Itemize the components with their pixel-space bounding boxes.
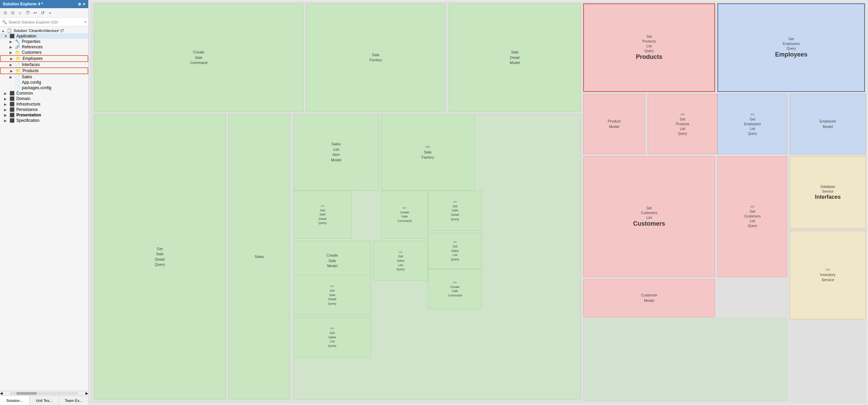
solution-explorer-panel: Solution Explorer 4 * ⊕ ✕ ⊙ ⊙ ⌂ ⏱ ↩ ↺ » …	[0, 0, 89, 405]
cell-i-get-sale-detail-query[interactable]: <>GetSaleDetailQuery	[293, 191, 352, 239]
tree-item-sales[interactable]: ▶ 📄 Sales	[0, 74, 88, 80]
search-bar: 🔍 ▾	[0, 18, 88, 27]
search-dropdown-icon[interactable]: ▾	[84, 20, 86, 24]
scroll-left-icon[interactable]: ◀	[0, 391, 3, 395]
tree-item-persistance[interactable]: ▶ ⬛ Persistance	[0, 107, 88, 112]
cell-label-i-get-sales-list-query: <>GetSalesListQuery	[397, 250, 405, 272]
cell-label-create-sale-command: CreateSaleCommand	[190, 50, 207, 65]
cell-sales-list-item-model[interactable]: SalesListItemModel	[293, 114, 379, 191]
cell-get-customers-list-query[interactable]: <>GetCustomersListQuery	[717, 156, 787, 277]
references-icon: 🔗	[15, 45, 21, 49]
tree-label-common: Common	[16, 91, 33, 96]
cell-label-get-products-list-query: <>GetProductsListQuery	[676, 112, 689, 136]
tree-item-pkgconfig[interactable]: ▶ 📄 packages.config	[0, 85, 88, 91]
cell-sale-factory-top[interactable]: SaleFactory	[306, 3, 446, 112]
tree-label-properties: Properties	[22, 39, 41, 44]
scrollbar[interactable]: ◀ ▶	[0, 391, 88, 395]
tab-team-explorer[interactable]: Team Ex...	[59, 396, 88, 405]
tree-item-references[interactable]: ▶ 🔗 References	[0, 44, 88, 50]
tree-item-customers[interactable]: ▶ 📁 Customers	[0, 50, 88, 55]
cell-employees-section[interactable]: GetEmployeesQuery Employees	[717, 3, 865, 92]
arrow-products: ▶	[10, 69, 16, 73]
tree-item-products[interactable]: ▶ 📁 Products	[0, 67, 88, 74]
search-input[interactable]	[9, 20, 84, 24]
cell-label-i-sale-factory: <>SaleFactory	[421, 144, 434, 160]
cell-i-sale-factory[interactable]: <>SaleFactory	[381, 114, 475, 191]
appconfig-icon: 📄	[15, 80, 21, 85]
tree-item-presentation[interactable]: ▶ ⬛ Presentation	[0, 112, 88, 118]
arrow-presentation: ▶	[4, 113, 10, 117]
arrow-common: ▶	[4, 92, 10, 95]
tree-label-sales: Sales	[22, 75, 32, 79]
home-icon[interactable]: ⌂	[17, 10, 23, 16]
tree-label-employees: Employees	[22, 56, 43, 61]
cell-employee-model[interactable]: EmployeeModel	[790, 94, 866, 154]
forward-icon[interactable]: ⊙	[10, 10, 16, 16]
more-icon[interactable]: »	[47, 10, 53, 16]
cell-label-sales-list-item-model: SalesListItemModel	[331, 142, 341, 163]
refresh-icon[interactable]: ↺	[40, 10, 46, 16]
tree-item-appconfig[interactable]: ▶ 📄 App.config	[0, 80, 88, 85]
cell-interfaces-section[interactable]: DatabaseService Interfaces	[790, 156, 866, 229]
back-icon[interactable]: ⊙	[2, 10, 8, 16]
customers-folder-icon: 📁	[15, 50, 21, 55]
cell-products-section[interactable]: GetProductsListQuery Products	[583, 3, 715, 92]
treemap-visualization: CreateSaleCommand SaleFactory SaleDetail…	[90, 1, 867, 404]
tree-item-solution[interactable]: ▲ 📋 Solution 'CleanArchitecture' (7	[0, 28, 88, 33]
sales-icon: 📄	[15, 75, 21, 79]
main-content: CreateSaleCommand SaleFactory SaleDetail…	[89, 0, 868, 405]
close-icon[interactable]: ✕	[82, 2, 86, 6]
scrollbar-thumb	[16, 392, 37, 395]
tree-label-pkgconfig: packages.config	[22, 85, 51, 90]
cell-label-sale-factory: SaleFactory	[370, 52, 382, 63]
tab-solution[interactable]: Solution...	[0, 396, 30, 405]
sidebar-bottom-tabs: Solution... Unit Tes... Team Ex...	[0, 395, 88, 405]
cell-label-employee-model: EmployeeModel	[820, 119, 836, 129]
arrow-infrastructure: ▶	[4, 102, 10, 106]
cell-title-interfaces: Interfaces	[815, 194, 841, 200]
cell-create-sale-command[interactable]: CreateSaleCommand	[94, 3, 304, 112]
cell-customer-model[interactable]: CustomerModel	[583, 279, 715, 317]
cell-sale-detail-model-top[interactable]: SaleDetailModel	[449, 3, 581, 112]
cell-bottom-sales-list[interactable]: <>GetSalesListQuery	[293, 317, 371, 357]
tree-item-infrastructure[interactable]: ▶ ⬛ Infrastructure	[0, 101, 88, 107]
undo-icon[interactable]: ↩	[32, 10, 38, 16]
cell-i-get-sales-list-query-2[interactable]: <>GetSalesListQuery	[428, 233, 482, 269]
file-tree: ▲ 📋 Solution 'CleanArchitecture' (7 ▼ ⬛ …	[0, 27, 88, 391]
history-icon[interactable]: ⏱	[25, 10, 31, 16]
tree-item-interfaces[interactable]: ▶ 📄 Interfaces	[0, 62, 88, 67]
cell-i-get-sales-list-query[interactable]: <>GetSalesListQuery	[373, 241, 428, 281]
cell-label-get-sale-detail-query: GetSaleDetailQuery	[155, 246, 165, 268]
domain-icon: ⬛	[10, 96, 16, 101]
cell-label-sale-detail-model: SaleDetailModel	[510, 50, 520, 65]
tree-label-references: References	[22, 45, 43, 49]
tree-item-common[interactable]: ▶ ⬛ Common	[0, 91, 88, 96]
cell-sublabel-customers: GetCustomersList	[641, 206, 657, 220]
cell-get-sale-detail-query[interactable]: GetSaleDetailQuery	[94, 114, 226, 400]
tab-unit-test[interactable]: Unit Tes...	[30, 396, 59, 405]
cell-label-bottom-sales-list: <>GetSalesListQuery	[328, 326, 337, 348]
cell-get-employees-list-query[interactable]: <>GetEmployeesListQuery	[717, 94, 787, 154]
cell-i-get-sale-detail-query-2[interactable]: <>GetSaleDetailQuery	[428, 191, 482, 231]
tree-label-infrastructure: Infrastructure	[16, 102, 41, 107]
cell-bottom-detail[interactable]: <>GetSaleDetailQuery	[293, 275, 371, 315]
cell-customers-section[interactable]: GetCustomersList Customers	[583, 156, 715, 277]
tree-item-application[interactable]: ▼ ⬛ Application	[0, 33, 88, 39]
pin-icon[interactable]: ⊕	[78, 2, 81, 6]
cell-get-products-list-query[interactable]: <>GetProductsListQuery	[648, 94, 717, 154]
cell-i-create-sale-command-2[interactable]: <>CreateSaleCommand	[428, 269, 482, 309]
cell-inventory-service[interactable]: <>InventoryService	[790, 231, 866, 319]
arrow-references: ▶	[10, 45, 15, 49]
cell-i-create-sale-command[interactable]: <>CreateSaleCommand	[381, 191, 428, 239]
common-icon: ⬛	[10, 91, 16, 96]
tree-item-domain[interactable]: ▶ ⬛ Domain	[0, 96, 88, 101]
cell-sales-label[interactable]: Sales	[228, 114, 290, 400]
cell-title-employees: Employees	[775, 51, 807, 58]
tree-item-properties[interactable]: ▶ 🔧 Properties	[0, 39, 88, 44]
pkgconfig-icon: 📄	[15, 85, 21, 90]
scroll-right-icon[interactable]: ▶	[86, 391, 88, 395]
tree-item-employees[interactable]: ▶ 📁 Employees	[0, 55, 88, 62]
cell-product-model[interactable]: ProductModel	[583, 94, 645, 154]
tree-item-specification[interactable]: ▶ ⬛ Specification	[0, 118, 88, 123]
cell-label-sales: Sales	[254, 254, 264, 259]
